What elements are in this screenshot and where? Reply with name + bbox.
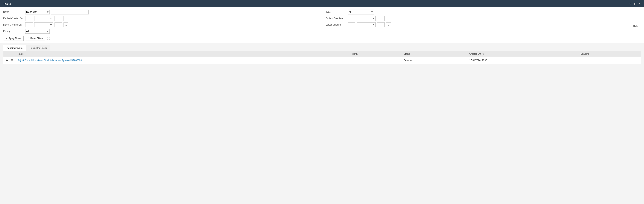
table-row: ▶ ☰ Adjust Stock At Location - Stock Adj… bbox=[3, 57, 641, 64]
latest-created-on-year[interactable] bbox=[54, 22, 62, 27]
title-bar-controls: ? ⏸ ✕ bbox=[630, 2, 641, 6]
latest-deadline-row: Latest Deadline ... bbox=[326, 22, 641, 27]
content-area: Pending Tasks Completed Tasks Name Prior… bbox=[0, 43, 644, 66]
priority-select[interactable]: All Low Medium High bbox=[25, 29, 50, 34]
table-header-row: Name Priority Status Created On ⇅ bbox=[3, 51, 641, 57]
row-play-button[interactable]: ▶ bbox=[5, 58, 9, 62]
col-deadline[interactable]: Deadline bbox=[579, 51, 641, 57]
row-name-cell: Adjust Stock At Location - Stock Adjustm… bbox=[16, 57, 349, 64]
earliest-created-on-year[interactable] bbox=[54, 16, 62, 21]
filter-panel: Hide Name Starts With Contains Ends With… bbox=[0, 7, 644, 43]
name-label: Name bbox=[3, 11, 24, 13]
earliest-created-on-month[interactable] bbox=[34, 16, 53, 21]
latest-deadline-picker[interactable]: ... bbox=[386, 22, 391, 27]
col-created-on-label: Created On bbox=[469, 53, 481, 55]
apply-filters-button[interactable]: ▼ Apply Filters bbox=[3, 36, 24, 41]
priority-label: Priority bbox=[3, 30, 24, 33]
name-filter-row: Name Starts With Contains Ends With Equa… bbox=[3, 10, 318, 15]
latest-deadline-month[interactable] bbox=[357, 22, 376, 27]
help-button[interactable]: ? bbox=[630, 2, 631, 6]
latest-deadline-day[interactable] bbox=[348, 22, 355, 27]
earliest-created-on-row: Earliest Created On ... bbox=[3, 16, 318, 21]
sort-icon: ⇅ bbox=[482, 53, 484, 55]
reset-icon: ↻ bbox=[28, 37, 30, 40]
tabs: Pending Tasks Completed Tasks bbox=[3, 45, 641, 51]
row-actions-cell: ▶ ☰ bbox=[3, 57, 16, 64]
col-status-label: Status bbox=[404, 53, 410, 55]
priority-filter-row: Priority All Low Medium High bbox=[3, 29, 318, 34]
filter-actions: ▼ Apply Filters ↻ Reset Filters bbox=[3, 36, 641, 41]
earliest-deadline-row: Earliest Deadline ... bbox=[326, 16, 641, 21]
col-name-label: Name bbox=[18, 53, 24, 55]
row-status-cell: Reserved bbox=[402, 57, 468, 64]
close-button[interactable]: ✕ bbox=[638, 2, 641, 6]
earliest-created-on-label: Earliest Created On bbox=[3, 17, 24, 20]
col-actions bbox=[3, 51, 16, 57]
col-sort-indicator bbox=[575, 51, 579, 57]
latest-created-on-label: Latest Created On bbox=[3, 24, 24, 26]
latest-created-on-row: Latest Created On ... bbox=[3, 22, 318, 27]
title-bar: Tasks ? ⏸ ✕ bbox=[0, 0, 644, 7]
pause-button[interactable]: ⏸ bbox=[633, 2, 636, 6]
earliest-deadline-label: Earliest Deadline bbox=[326, 17, 346, 20]
tab-completed-tasks[interactable]: Completed Tasks bbox=[26, 45, 50, 51]
col-status[interactable]: Status bbox=[402, 51, 468, 57]
name-filter-select[interactable]: Starts With Contains Ends With Equals bbox=[25, 10, 50, 15]
loading-spinner bbox=[47, 37, 50, 40]
filter-right-col: Type All Approval Manual Earliest Deadli… bbox=[326, 10, 641, 35]
earliest-deadline-picker[interactable]: ... bbox=[386, 16, 391, 21]
col-name[interactable]: Name bbox=[16, 51, 349, 57]
tasks-window: Tasks ? ⏸ ✕ Hide Name Starts With Contai… bbox=[0, 0, 644, 204]
table-body: ▶ ☰ Adjust Stock At Location - Stock Adj… bbox=[3, 57, 641, 64]
row-deadline-cell bbox=[579, 57, 641, 64]
reset-filters-button[interactable]: ↻ Reset Filters bbox=[25, 36, 45, 41]
latest-deadline-label: Latest Deadline bbox=[326, 24, 346, 26]
latest-created-on-month[interactable] bbox=[34, 22, 53, 27]
earliest-deadline-year[interactable] bbox=[377, 16, 384, 21]
filter-left-col: Name Starts With Contains Ends With Equa… bbox=[3, 10, 318, 35]
type-filter-row: Type All Approval Manual bbox=[326, 10, 641, 15]
type-select[interactable]: All Approval Manual bbox=[348, 10, 374, 15]
col-priority-label: Priority bbox=[351, 53, 358, 55]
row-menu-button[interactable]: ☰ bbox=[10, 58, 14, 62]
row-priority-cell bbox=[349, 57, 402, 64]
filter-icon: ▼ bbox=[6, 37, 8, 40]
earliest-deadline-month[interactable] bbox=[357, 16, 376, 21]
row-created-on-cell: 17/01/2024, 10:47 bbox=[467, 57, 575, 64]
apply-filters-label: Apply Filters bbox=[9, 37, 21, 40]
latest-created-on-day[interactable] bbox=[25, 22, 33, 27]
tab-pending-tasks[interactable]: Pending Tasks bbox=[3, 45, 26, 51]
tab-completed-label: Completed Tasks bbox=[30, 47, 47, 49]
latest-deadline-year[interactable] bbox=[377, 22, 384, 27]
name-value-input[interactable] bbox=[51, 10, 88, 15]
window-title: Tasks bbox=[3, 2, 11, 6]
earliest-created-on-picker[interactable]: ... bbox=[64, 16, 68, 21]
filter-panel-inner: Hide Name Starts With Contains Ends With… bbox=[3, 10, 641, 41]
row-sort-cell bbox=[575, 57, 579, 64]
latest-created-on-picker[interactable]: ... bbox=[64, 22, 68, 27]
task-link[interactable]: Adjust Stock At Location - Stock Adjustm… bbox=[18, 59, 82, 62]
earliest-deadline-day[interactable] bbox=[348, 16, 355, 21]
col-created-on[interactable]: Created On ⇅ bbox=[467, 51, 575, 57]
row-actions: ▶ ☰ bbox=[5, 58, 14, 62]
filter-grid: Name Starts With Contains Ends With Equa… bbox=[3, 10, 641, 35]
tab-pending-label: Pending Tasks bbox=[7, 47, 22, 49]
table-container: Name Priority Status Created On ⇅ bbox=[3, 51, 641, 64]
type-label: Type bbox=[326, 11, 346, 13]
earliest-created-on-day[interactable] bbox=[25, 16, 33, 21]
col-priority[interactable]: Priority bbox=[349, 51, 402, 57]
tasks-table: Name Priority Status Created On ⇅ bbox=[3, 51, 641, 64]
hide-button[interactable]: Hide bbox=[633, 25, 638, 28]
col-deadline-label: Deadline bbox=[580, 53, 589, 55]
reset-filters-label: Reset Filters bbox=[30, 37, 43, 40]
